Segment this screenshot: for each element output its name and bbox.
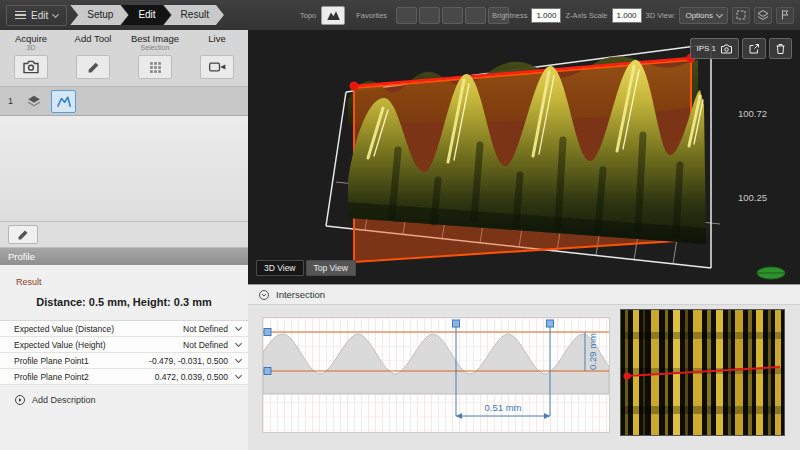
- intersection-header[interactable]: Intersection: [248, 285, 800, 305]
- topo-favorites-group: Topo Favorites: [300, 6, 509, 25]
- brightness-label: Brightness: [492, 11, 527, 20]
- z-axis-value-bottom: 100.25: [738, 192, 767, 203]
- best-image-button[interactable]: [138, 55, 172, 79]
- circle-arrow-icon: [14, 394, 26, 406]
- handle-upper-level[interactable]: [264, 329, 271, 336]
- profile-chart-svg: 0.51 mm 0.29 mm: [263, 318, 609, 432]
- pencil-icon: [87, 61, 100, 74]
- export-view-button[interactable]: [742, 38, 766, 59]
- live-group: Live: [186, 33, 248, 86]
- camera-preview-svg: [621, 310, 784, 435]
- hamburger-icon: [15, 11, 26, 20]
- brightness-input[interactable]: [531, 8, 561, 23]
- app-window: Edit Setup Edit Result Topo Favorites Br…: [0, 0, 800, 450]
- trash-icon: [775, 43, 786, 55]
- add-description-button[interactable]: Add Description: [0, 390, 248, 410]
- edit-menu-button[interactable]: Edit: [6, 5, 67, 26]
- distance-dimension-label: 0.51 mm: [485, 402, 522, 413]
- add-tool-group: Add Tool: [62, 33, 124, 86]
- acquire-button[interactable]: [14, 55, 48, 79]
- camera-icon: [22, 60, 40, 74]
- profile-mountain-icon: [56, 94, 72, 108]
- intersection-chart[interactable]: 0.51 mm 0.29 mm: [262, 317, 610, 433]
- thumbnail-strip: 1: [0, 86, 248, 116]
- intersection-panel: Intersection: [248, 284, 800, 450]
- topo-view-button[interactable]: [321, 6, 345, 25]
- pin-icon: [779, 9, 791, 21]
- chevron-down-icon[interactable]: [235, 324, 242, 331]
- favorites-label: Favorites: [356, 11, 387, 20]
- profile-section-header[interactable]: Profile: [0, 248, 248, 265]
- favorite-slot-button[interactable]: [419, 7, 440, 24]
- thumbnail-layers-button[interactable]: [21, 90, 46, 113]
- 3d-view-button[interactable]: 3D View: [256, 260, 304, 276]
- z-axis-scale-label: Z-Axis Scale: [565, 11, 607, 20]
- tab-setup[interactable]: Setup: [70, 5, 128, 25]
- handle-top-right[interactable]: [547, 320, 554, 327]
- mountain-icon: [326, 9, 341, 21]
- profile-table: Expected Value (Distance) Not Defined Ex…: [0, 320, 248, 385]
- handle-lower-level[interactable]: [264, 368, 271, 375]
- layers-button[interactable]: [754, 7, 772, 24]
- z-axis-scale-input[interactable]: [612, 8, 642, 23]
- acquire-toolbar: Acquire 3D Add Tool Best Image Selection: [0, 30, 248, 86]
- tab-edit[interactable]: Edit: [121, 5, 170, 25]
- z-axis-value-top: 100.72: [738, 108, 767, 119]
- favorite-slot-button[interactable]: [442, 7, 463, 24]
- delete-view-button[interactable]: [769, 38, 792, 59]
- thumbnail-profile-button[interactable]: [51, 90, 76, 113]
- height-dimension-label: 0.29 mm: [587, 333, 598, 370]
- left-panel: Acquire 3D Add Tool Best Image Selection: [0, 30, 248, 450]
- thumbnail-index: 1: [8, 96, 16, 106]
- export-icon: [748, 43, 760, 55]
- chevron-down-icon: [716, 10, 723, 17]
- topo-label: Topo: [300, 11, 316, 20]
- table-row-plane-point2[interactable]: Profile Plane Point2 0.472, 0.039, 0.500: [0, 369, 248, 385]
- profile-endpoint-left[interactable]: [350, 82, 359, 91]
- top-toolbar: Edit Setup Edit Result Topo Favorites Br…: [0, 0, 800, 30]
- chevron-down-icon[interactable]: [235, 340, 242, 347]
- handle-top-left[interactable]: [453, 320, 460, 327]
- view-3d-label: 3D View:: [646, 11, 676, 20]
- table-row-plane-point1[interactable]: Profile Plane Point1 -0.479, -0.031, 0.5…: [0, 353, 248, 369]
- pin-panel-button[interactable]: [776, 7, 794, 24]
- 3d-viewport[interactable]: IPS 1 100.72 100.25 3D View Top View: [248, 30, 800, 284]
- video-camera-icon: [209, 61, 226, 73]
- grid-icon: [149, 61, 162, 74]
- edit-row: [0, 222, 248, 248]
- chevron-down-icon[interactable]: [235, 372, 242, 379]
- mode-tabs: Setup Edit Result: [77, 5, 224, 25]
- camera-icon: [720, 44, 733, 54]
- 3d-view-options-button[interactable]: Options: [679, 7, 728, 24]
- top-view-button[interactable]: Top View: [306, 260, 356, 276]
- favorite-slot-button[interactable]: [465, 7, 486, 24]
- camera-preview[interactable]: [620, 309, 785, 436]
- profile-panel: Result Distance: 0.5 mm, Height: 0.3 mm …: [0, 265, 248, 450]
- image-gallery-area[interactable]: [0, 116, 248, 222]
- live-button[interactable]: [200, 55, 234, 79]
- layers-icon: [27, 94, 41, 108]
- table-row-expected-height[interactable]: Expected Value (Height) Not Defined: [0, 337, 248, 353]
- result-value: Distance: 0.5 mm, Height: 0.3 mm: [0, 296, 248, 308]
- edit-profile-button[interactable]: [8, 225, 38, 244]
- edit-menu-label: Edit: [31, 10, 48, 21]
- view-mode-buttons: 3D View Top View: [256, 260, 356, 276]
- maximize-icon: [735, 9, 747, 21]
- table-row-expected-distance[interactable]: Expected Value (Distance) Not Defined: [0, 321, 248, 337]
- tab-result[interactable]: Result: [164, 5, 224, 25]
- result-label: Result: [16, 277, 248, 287]
- pencil-icon: [17, 229, 29, 241]
- profile-endpoint-preview: [624, 373, 631, 380]
- add-tool-button[interactable]: [76, 55, 110, 79]
- orientation-widget[interactable]: [754, 264, 788, 282]
- 3d-scene: [248, 30, 800, 284]
- viewport-toolbar: IPS 1: [690, 38, 792, 59]
- chevron-down-icon: [52, 10, 59, 17]
- favorite-slot-button[interactable]: [396, 7, 417, 24]
- ips-capture-button[interactable]: IPS 1: [690, 38, 739, 59]
- chevron-down-icon[interactable]: [235, 356, 242, 363]
- collapse-circle-icon: [258, 289, 270, 301]
- best-image-group: Best Image Selection: [124, 33, 186, 86]
- acquire-group: Acquire 3D: [0, 33, 62, 86]
- maximize-button[interactable]: [732, 7, 750, 24]
